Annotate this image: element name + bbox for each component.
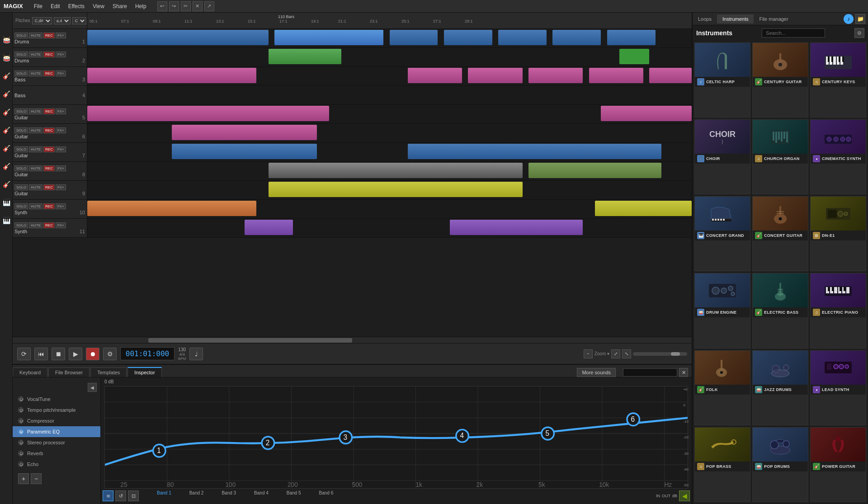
tab-templates[interactable]: Templates <box>90 367 127 377</box>
mute-btn-1[interactable]: HUTE <box>29 33 42 38</box>
instrument-power-guitar[interactable]: 🎸 POWER GUITAR <box>810 427 866 502</box>
track-icon-guitar3[interactable]: 🎸 <box>0 139 13 157</box>
eq-canvas-area[interactable]: 1 2 3 4 5 <box>104 386 688 489</box>
instrument-cinematic-synth[interactable]: ⬧ CINEMATIC SYNTH <box>810 119 866 194</box>
instruments-settings-icon[interactable]: ⚙ <box>854 28 864 38</box>
instrument-lead-synth[interactable]: ⬧ LEAD SYNTH <box>810 350 866 425</box>
loop-button[interactable]: ⟳ <box>17 348 31 360</box>
track-icon-guitar1[interactable]: 🎸 <box>0 103 13 121</box>
redo-button[interactable]: ↪ <box>169 1 179 11</box>
rec-btn-7[interactable]: REC <box>43 146 55 152</box>
rec-btn-9[interactable]: REC <box>43 184 55 190</box>
instrument-church-organ[interactable]: ♫ CHURCH ORGAN <box>752 119 808 194</box>
eq-band-3-tab[interactable]: Band 3 <box>222 490 236 501</box>
fx-btn-6[interactable]: FX+ <box>56 127 66 133</box>
timeline-ruler[interactable]: 05:1 07:1 09:1 11:1 13:1 15:1 17:1 19:1 … <box>87 13 692 28</box>
menu-share[interactable]: Share <box>109 2 131 11</box>
instrument-dne1[interactable]: ⊞ DN-E1 <box>810 196 866 271</box>
fx-btn-8[interactable]: FX+ <box>56 165 66 171</box>
rewind-button[interactable]: ⏮ <box>34 348 48 360</box>
instrument-celtic-harp[interactable]: ♪ CELTIC HARP <box>694 42 750 118</box>
eq-band-5-tab[interactable]: Band 5 <box>287 490 301 501</box>
instruments-search-input[interactable] <box>762 28 825 38</box>
rec-btn-10[interactable]: REC <box>43 203 55 209</box>
fx-echo[interactable]: ⏻ Echo <box>13 459 100 470</box>
solo-btn-5[interactable]: SOLO <box>14 108 28 114</box>
settings-button[interactable]: ⚙ <box>103 348 117 360</box>
track-content-11[interactable] <box>87 219 692 237</box>
record-button[interactable]: ⏺ <box>86 348 99 360</box>
rtab-instruments[interactable]: Instruments <box>717 14 754 24</box>
track-content-7[interactable] <box>87 143 692 161</box>
instrument-concert-guitar[interactable]: 🎸 CONCERT GUITAR <box>752 196 808 271</box>
menu-view[interactable]: View <box>89 2 108 11</box>
fx-power-stereo[interactable]: ⏻ <box>18 440 24 445</box>
search-input-bottom[interactable] <box>623 368 677 377</box>
instrument-pop-drums[interactable]: 🥁 POP DRUMS <box>752 427 808 502</box>
close-inspector-button[interactable]: ✕ <box>679 368 688 377</box>
track-icon-bass2[interactable]: 🎸 <box>0 85 13 103</box>
mute-btn-6[interactable]: HUTE <box>29 127 42 133</box>
fx-btn-9[interactable]: FX+ <box>56 184 66 190</box>
solo-btn-8[interactable]: SOLO <box>14 165 28 171</box>
rtab-file-manager[interactable]: File manager <box>754 14 793 24</box>
fx-btn-2[interactable]: FX+ <box>56 52 66 57</box>
menu-help[interactable]: Help <box>132 2 150 11</box>
fx-tempo[interactable]: ⏻ Tempo pitch/resample <box>13 405 100 415</box>
instrument-folk[interactable]: 🎸 FOLK <box>694 350 750 425</box>
play-button[interactable]: ▶ <box>69 348 82 360</box>
eq-band-2-tab[interactable]: Band 2 <box>189 490 204 501</box>
instrument-folder-icon[interactable]: 📁 <box>855 14 865 24</box>
arrow-button[interactable]: ↗ <box>204 1 214 11</box>
fx-btn-10[interactable]: FX+ <box>56 203 66 209</box>
fx-remove-button[interactable]: − <box>31 473 42 484</box>
mute-btn-5[interactable]: HUTE <box>29 108 42 114</box>
fx-power-echo[interactable]: ⏻ <box>18 462 24 467</box>
instrument-jazz-drums[interactable]: 🥁 JAZZ DRUMS <box>752 350 808 425</box>
fx-btn-5[interactable]: FX+ <box>56 108 66 114</box>
pitches-select[interactable]: C,d# <box>32 17 52 24</box>
fx-btn-11[interactable]: FX+ <box>56 222 66 228</box>
instrument-drum-engine[interactable]: 🥁 DRUM ENGINE <box>694 273 750 348</box>
track-icon-guitar5[interactable]: 🎸 <box>0 175 13 193</box>
solo-btn-11[interactable]: SOLO <box>14 222 28 228</box>
fx-power-compressor[interactable]: ⏻ <box>18 418 24 424</box>
solo-btn-7[interactable]: SOLO <box>14 146 28 152</box>
rec-btn-5[interactable]: REC <box>43 108 55 114</box>
solo-btn-10[interactable]: SOLO <box>14 203 28 209</box>
cut-button[interactable]: ✂ <box>181 1 191 11</box>
rec-btn-3[interactable]: REC <box>43 71 55 76</box>
mute-btn-8[interactable]: HUTE <box>29 165 42 171</box>
key-select[interactable]: a,4 <box>54 17 71 24</box>
minimize-button[interactable]: ⤡ <box>622 349 631 358</box>
menu-edit[interactable]: Edit <box>47 2 64 11</box>
tab-keyboard[interactable]: Keyboard <box>13 367 47 377</box>
fx-power-eq[interactable]: ⏻ <box>18 429 24 434</box>
fx-collapse-button[interactable]: ◀ <box>88 383 97 392</box>
fx-power-tempo[interactable]: ⏻ <box>18 407 24 413</box>
rtab-loops[interactable]: Loops <box>693 14 717 24</box>
eq-band-4-tab[interactable]: Band 4 <box>254 490 269 501</box>
fx-power-reverb[interactable]: ⏻ <box>18 451 24 456</box>
eq-band-icon[interactable]: ≋ <box>103 490 113 501</box>
mute-btn-7[interactable]: HUTE <box>29 146 42 152</box>
instrument-browse-icon[interactable]: ♪ <box>844 14 854 24</box>
menu-effects[interactable]: Effects <box>65 2 88 11</box>
instrument-choir[interactable]: CHOIR } 🎵 CHOIR <box>694 119 750 194</box>
fx-vocaltune[interactable]: ⏻ VocalTune <box>13 394 100 405</box>
track-icon-drums[interactable]: 🥁 <box>0 31 13 49</box>
track-icon-drums2[interactable]: 🥁 <box>0 49 13 67</box>
instrument-century-guitar[interactable]: 🎸 CENTURY GUITAR <box>752 42 808 118</box>
track-content-2[interactable] <box>87 48 692 66</box>
fx-compressor[interactable]: ⏻ Compressor <box>13 415 100 426</box>
horizontal-scrollbar[interactable] <box>13 337 692 343</box>
zoom-out-icon[interactable]: − <box>584 349 593 358</box>
tab-file-browser[interactable]: File Browser <box>48 367 90 377</box>
solo-btn-3[interactable]: SOLO <box>14 71 28 76</box>
eq-confirm-button[interactable]: ◀ <box>679 490 690 501</box>
eq-flat-button[interactable]: ⊡ <box>128 490 139 501</box>
eq-band-1-tab[interactable]: Band 1 <box>157 490 171 501</box>
eq-reset-button[interactable]: ↺ <box>115 490 126 501</box>
mute-btn-10[interactable]: HUTE <box>29 203 42 209</box>
undo-button[interactable]: ↩ <box>157 1 167 11</box>
